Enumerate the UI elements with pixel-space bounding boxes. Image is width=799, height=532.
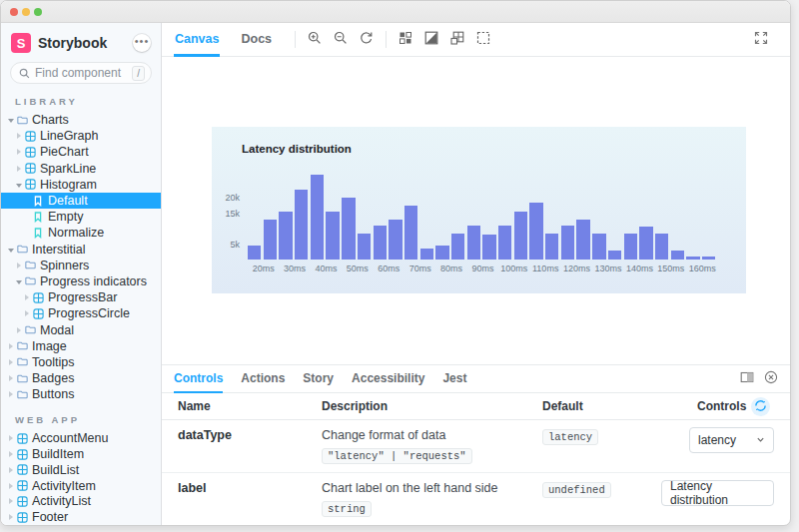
control-cell: Latency distribution [661,480,774,506]
sidebar-item-header[interactable]: Header [1,525,161,526]
histogram-bar [404,206,417,260]
column-header-default: Default [542,399,697,413]
minimize-button[interactable] [22,8,30,16]
panel-tab-controls[interactable]: Controls [174,365,223,393]
panel-tab-story[interactable]: Story [303,365,334,393]
histogram-bar [248,246,261,260]
histogram-bar [671,251,684,260]
sidebar-item-modal[interactable]: Modal [1,321,161,337]
panel-tab-jest[interactable]: Jest [442,365,466,393]
sidebar-item-normalize[interactable]: Normalize [1,225,161,241]
folder-icon [25,260,40,270]
histogram-bar [545,234,558,260]
zoom-in-button[interactable] [306,31,323,48]
sidebar-item-footer[interactable]: Footer [1,509,161,525]
folder-icon [17,389,32,400]
sidebar-item-badges[interactable]: Badges [1,370,161,386]
sidebar-item-linegraph[interactable]: LineGraph [1,128,161,144]
component-icon [25,131,40,142]
grid-icon [450,31,464,49]
sidebar-item-buttons[interactable]: Buttons [1,386,161,402]
sidebar-item-activitylist[interactable]: ActivityList [1,494,161,510]
maximize-button[interactable] [34,8,42,16]
x-axis-tick: 80ms [435,264,466,273]
sidebar-item-sparkline[interactable]: SparkLine [1,161,161,177]
sidebar-item-spinners[interactable]: Spinners [1,258,161,273]
close-button[interactable] [10,8,18,16]
section-items: ChartsLineGraphPieChartSparkLineHistogra… [1,112,161,402]
sidebar-item-progress-indicators[interactable]: Progress indicators [1,273,161,289]
histogram-bar [498,226,511,260]
story-icon [33,228,48,239]
sidebar-item-progressbar[interactable]: ProgressBar [1,289,161,305]
sidebar-item-accountmenu[interactable]: AccountMenu [1,430,161,446]
component-icon [17,464,32,475]
contrast-button[interactable] [422,31,439,48]
grid-button[interactable] [448,31,465,48]
controls-table-header: Name Description Default Controls [162,393,790,420]
datatype-select[interactable]: latency [689,427,774,453]
story-icon [33,196,48,207]
tab-docs[interactable]: Docs [240,23,273,57]
zoom-out-icon [334,31,348,49]
component-icon [17,480,32,491]
toolbar-divider [386,31,387,48]
sidebar-item-label: Interstitial [32,243,86,257]
measure-button[interactable] [474,31,491,48]
section-label-web-app: WEB APP [15,414,161,425]
panel-tab-actions[interactable]: Actions [241,365,285,393]
zoom-out-button[interactable] [332,31,349,48]
label-input[interactable]: Latency distribution [661,480,774,506]
sidebar-item-label: BuildList [32,463,79,477]
fullscreen-button[interactable] [752,31,769,48]
zoom-reset-button[interactable] [358,31,375,48]
x-axis-tick: 100ms [498,264,529,273]
sidebar-item-default[interactable]: Default [1,193,161,209]
story-icon [33,212,48,223]
histogram-bar [561,226,574,260]
control-cell: latency [689,427,774,453]
sidebar-item-progresscircle[interactable]: ProgressCircle [1,305,161,321]
sidebar-item-buildlist[interactable]: BuildList [1,462,161,478]
folder-icon [17,356,32,367]
histogram-bar [295,190,308,260]
arg-name: label [178,481,207,495]
sidebar-item-histogram[interactable]: Histogram [1,177,161,193]
tab-canvas[interactable]: Canvas [174,23,220,57]
chevron-down-icon [756,433,765,447]
sidebar-item-charts[interactable]: Charts [1,112,161,128]
search-shortcut-badge: / [132,66,145,81]
background-button[interactable] [397,31,413,48]
sidebar-item-label: Image [32,339,67,353]
arg-name-cell: dataType [178,428,322,464]
reset-controls-button[interactable] [751,397,770,416]
close-panel-button[interactable] [764,370,778,388]
histogram-bar [451,234,464,260]
sidebar-item-piechart[interactable]: PieChart [1,144,161,160]
type-chip: string [322,501,372,517]
panel-tab-accessibility[interactable]: Accessibility [352,365,424,393]
sidebar-item-builditem[interactable]: BuildItem [1,446,161,462]
histogram-bar [420,249,433,260]
sync-icon [754,399,767,415]
sidebar-item-interstitial[interactable]: Interstitial [1,242,161,258]
histogram-bar [624,234,637,260]
split-panel-button[interactable] [740,370,754,388]
search-input[interactable] [35,66,132,80]
sidebar-item-empty[interactable]: Empty [1,209,161,225]
sidebar: S Storybook ••• / LIBRARYChartsLineGraph… [1,23,162,526]
sidebar-item-label: Footer [32,510,68,524]
x-axis-tick: 40ms [311,264,342,273]
histogram-bar [686,257,699,260]
search-box[interactable]: / [10,62,152,84]
sidebar-item-tooltips[interactable]: Tooltips [1,354,161,370]
x-axis-tick: 70ms [404,264,435,273]
sidebar-item-activityitem[interactable]: ActivityItem [1,478,161,494]
y-axis-tick: 15k [214,209,240,219]
folder-icon [17,244,32,255]
sidebar-menu-button[interactable]: ••• [133,34,151,52]
sidebar-item-label: Progress indicators [40,274,147,288]
histogram-bar [467,226,480,260]
component-tree: LIBRARYChartsLineGraphPieChartSparkLineH… [1,96,161,526]
sidebar-item-image[interactable]: Image [1,338,161,354]
